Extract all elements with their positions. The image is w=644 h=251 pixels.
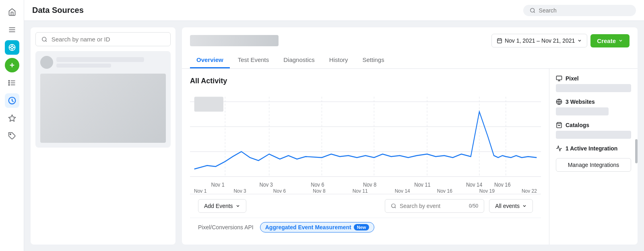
tag-icon[interactable] <box>5 129 19 143</box>
integration-label: 1 Active Integration <box>556 145 631 152</box>
all-events-dropdown[interactable]: All events <box>489 199 533 213</box>
pixel-bar <box>556 84 631 92</box>
scrollbar-thumb[interactable] <box>635 139 638 163</box>
home-icon[interactable] <box>5 5 19 19</box>
svg-point-14 <box>8 80 10 82</box>
activity-chart: Nov 1 Nov 3 Nov 6 Nov 8 Nov 11 Nov 14 No… <box>190 92 541 191</box>
date-range-label: Nov 1, 2021 – Nov 21, 2021 <box>505 37 575 44</box>
svg-point-15 <box>8 82 10 84</box>
websites-info: 3 Websites <box>556 99 631 115</box>
main-content: Data Sources <box>24 0 644 251</box>
event-search-box[interactable]: 0/50 <box>385 199 484 213</box>
svg-point-18 <box>10 134 11 135</box>
left-panel <box>31 27 175 245</box>
aem-label: Aggregated Event Measurement <box>265 224 351 230</box>
svg-line-47 <box>395 207 396 208</box>
chart-container: Nov 1 Nov 3 Nov 6 Nov 8 Nov 11 Nov 14 No… <box>190 92 541 191</box>
list-icon[interactable] <box>5 76 19 90</box>
pixel-conversions-label: Pixel/Conversions API <box>198 224 254 230</box>
svg-point-19 <box>530 8 535 12</box>
websites-bar <box>556 107 609 115</box>
info-panel: Pixel 3 Websites Cat <box>549 69 638 245</box>
top-search-input[interactable] <box>539 7 630 14</box>
pixel-label: Pixel <box>556 75 631 82</box>
new-badge: New <box>354 224 369 230</box>
event-search-icon <box>391 203 396 209</box>
svg-point-21 <box>42 37 46 41</box>
svg-text:Nov 14: Nov 14 <box>466 181 483 188</box>
star-icon[interactable] <box>5 111 19 126</box>
catalog-icon <box>556 122 562 128</box>
header-top: Nov 1, 2021 – Nov 21, 2021 Create <box>190 34 630 47</box>
create-chevron-icon <box>618 38 623 43</box>
bottom-bar: Add Events 0/50 All events <box>190 194 541 218</box>
menu-icon[interactable] <box>5 23 19 37</box>
integration-info: 1 Active Integration <box>556 145 631 152</box>
sidebar <box>0 0 24 251</box>
tab-settings[interactable]: Settings <box>356 52 390 68</box>
search-icon <box>41 36 47 43</box>
svg-point-16 <box>8 84 10 86</box>
analytics-icon[interactable] <box>5 93 19 108</box>
search-input[interactable] <box>52 36 165 43</box>
search-box[interactable] <box>35 32 171 46</box>
svg-rect-48 <box>556 76 561 80</box>
page-title: Data Sources <box>32 6 84 15</box>
svg-rect-38 <box>194 97 223 111</box>
svg-marker-17 <box>8 115 15 121</box>
pixel-info: Pixel <box>556 75 631 92</box>
chevron-down-icon <box>522 204 527 208</box>
tab-test-events[interactable]: Test Events <box>231 52 276 68</box>
svg-point-4 <box>11 46 13 49</box>
svg-text:Nov 1: Nov 1 <box>211 181 225 188</box>
create-button[interactable]: Create <box>590 34 630 47</box>
add-icon[interactable] <box>5 58 19 72</box>
chevron-down-icon <box>577 38 582 43</box>
svg-text:Nov 3: Nov 3 <box>260 181 273 188</box>
integration-icon <box>556 145 562 152</box>
add-events-button[interactable]: Add Events <box>198 199 246 213</box>
aem-badge[interactable]: Aggregated Event Measurement New <box>260 222 375 232</box>
catalogs-label: Catalogs <box>556 122 631 128</box>
header-actions: Nov 1, 2021 – Nov 21, 2021 Create <box>491 34 630 47</box>
conversions-bar: Pixel/Conversions API Aggregated Event M… <box>190 218 541 237</box>
event-count: 0/50 <box>469 203 478 209</box>
tab-diagnostics[interactable]: Diagnostics <box>277 52 321 68</box>
top-bar: Data Sources <box>24 0 644 21</box>
calendar-icon <box>497 38 502 43</box>
event-search-input[interactable] <box>400 203 464 209</box>
svg-line-22 <box>45 40 47 41</box>
svg-text:Nov 16: Nov 16 <box>494 181 511 188</box>
svg-text:Nov 6: Nov 6 <box>311 181 324 188</box>
right-panel: Nov 1, 2021 – Nov 21, 2021 Create Overvi… <box>182 27 638 245</box>
websites-label: 3 Websites <box>556 99 631 105</box>
svg-line-20 <box>534 11 535 12</box>
manage-integrations-button[interactable]: Manage Integrations <box>556 158 631 172</box>
catalogs-bar <box>556 131 631 139</box>
right-header: Nov 1, 2021 – Nov 21, 2021 Create Overvi… <box>182 27 638 69</box>
svg-text:Nov 8: Nov 8 <box>363 181 377 188</box>
datasource-title-blurred <box>190 35 279 46</box>
svg-rect-23 <box>497 39 502 43</box>
placeholder-image <box>40 74 166 143</box>
top-search-box[interactable] <box>523 5 636 16</box>
globe-icon <box>556 99 562 105</box>
svg-text:Nov 11: Nov 11 <box>414 181 431 188</box>
body-area: Nov 1, 2021 – Nov 21, 2021 Create Overvi… <box>24 21 644 251</box>
chart-title: All Activity <box>190 77 541 85</box>
date-range-button[interactable]: Nov 1, 2021 – Nov 21, 2021 <box>491 34 587 47</box>
pixel-icon <box>556 75 562 82</box>
datasources-icon[interactable] <box>5 40 19 55</box>
datasource-list <box>35 51 171 148</box>
tab-overview[interactable]: Overview <box>190 52 230 68</box>
chevron-down-icon <box>235 204 240 208</box>
chart-area: All Activity <box>182 69 549 245</box>
catalogs-info: Catalogs <box>556 122 631 139</box>
svg-point-46 <box>392 204 395 208</box>
tab-history[interactable]: History <box>323 52 355 68</box>
search-icon <box>530 7 536 14</box>
tabs: Overview Test Events Diagnostics History… <box>190 52 630 68</box>
